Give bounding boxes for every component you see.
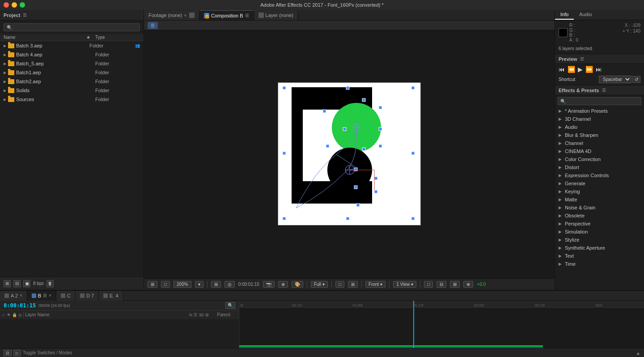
file-name: Batch2.aep bbox=[16, 79, 86, 84]
list-item[interactable]: ▶ Batch_5.aep Folder bbox=[0, 59, 144, 68]
safe-zones-btn[interactable]: ⊟ bbox=[436, 281, 446, 288]
tab-footage[interactable]: Footage (none) × bbox=[144, 10, 199, 20]
shortcut-select[interactable]: Spacebar bbox=[599, 76, 631, 83]
svg-rect-12 bbox=[411, 217, 415, 220]
video-toggle[interactable]: 👁 bbox=[7, 313, 11, 317]
timeline-playhead[interactable] bbox=[413, 301, 414, 307]
zoom-dropdown[interactable]: ▾ bbox=[195, 281, 203, 288]
effects-item-expression-controls[interactable]: ▶ Expression Controls bbox=[555, 171, 644, 179]
preview-controls-btn[interactable]: ⊞ bbox=[148, 281, 157, 288]
effects-item-time[interactable]: ▶ Time bbox=[555, 260, 644, 268]
effects-item-perspective[interactable]: ▶ Perspective bbox=[555, 220, 644, 228]
list-item[interactable]: ▶ Batch 4.aep Folder bbox=[0, 50, 144, 59]
effects-item-cinema4d[interactable]: ▶ CINEMA 4D bbox=[555, 147, 644, 155]
tab-composition-b[interactable]: 🔒 Composition B ☰ bbox=[199, 10, 254, 20]
composition-canvas bbox=[278, 82, 421, 225]
timeline-tab-d7[interactable]: D 7 bbox=[76, 291, 99, 301]
step-forward-button[interactable]: ⏩ bbox=[585, 66, 593, 73]
timeline-tab-e4[interactable]: E. 4 bbox=[99, 291, 123, 301]
list-item[interactable]: ▶ Solids Folder bbox=[0, 86, 144, 95]
breadcrumb[interactable]: B bbox=[148, 22, 158, 29]
step-back-button[interactable]: ⏪ bbox=[568, 66, 575, 73]
3d-btn[interactable]: 3D bbox=[199, 313, 204, 317]
render-btn[interactable]: □ bbox=[424, 281, 433, 288]
effects-item-animation-presets[interactable]: ▶ * Animation Presets bbox=[555, 107, 644, 115]
parent-btn[interactable]: ⊞ bbox=[205, 313, 209, 317]
comp-flowchart-btn[interactable]: ⊞ bbox=[450, 281, 460, 288]
list-item[interactable]: ▶ Batch 3.aep Folder 👥 bbox=[0, 41, 144, 50]
list-item[interactable]: ▶ Batch1.aep Folder bbox=[0, 68, 144, 77]
close-icon[interactable]: × bbox=[184, 13, 186, 18]
close-button[interactable] bbox=[4, 2, 9, 8]
timeline-tab-c[interactable]: C bbox=[56, 291, 76, 301]
footage-button[interactable]: ▣ bbox=[23, 280, 30, 287]
effects-item-color-correction[interactable]: ▶ Color Correction bbox=[555, 155, 644, 163]
solo-toggle[interactable]: ◎ bbox=[18, 313, 22, 317]
tab-color-box bbox=[4, 293, 9, 298]
view-count-dropdown[interactable]: 1 View ▾ bbox=[393, 281, 416, 288]
comp-menu-icon[interactable]: ☰ bbox=[245, 13, 249, 18]
region-btn[interactable]: □ bbox=[335, 281, 344, 288]
composition-viewer[interactable] bbox=[144, 30, 555, 278]
audio-tab-label: Audio bbox=[579, 12, 592, 17]
effects-toggle[interactable]: fx bbox=[189, 313, 192, 317]
preview-menu-icon[interactable]: ☰ bbox=[580, 56, 584, 61]
camera-btn[interactable]: 📷 bbox=[263, 281, 275, 288]
window-controls[interactable] bbox=[4, 2, 25, 8]
display-options-btn[interactable]: □ bbox=[161, 281, 170, 288]
motion-blur-btn[interactable]: ◎ bbox=[225, 281, 235, 288]
new-folder-button[interactable]: ⊞ bbox=[4, 280, 11, 287]
reset-shortcut-button[interactable]: ↺ bbox=[632, 76, 640, 83]
effects-item-blur-sharpen[interactable]: ▶ Blur & Sharpen bbox=[555, 131, 644, 139]
close-icon[interactable]: × bbox=[20, 293, 22, 298]
quality-dropdown[interactable]: Full ▾ bbox=[311, 281, 328, 288]
svg-rect-10 bbox=[283, 217, 286, 220]
effects-item-stylize[interactable]: ▶ Stylize bbox=[555, 236, 644, 244]
effects-item-distort[interactable]: ▶ Distort bbox=[555, 163, 644, 171]
effects-item-synthetic-aperture[interactable]: ▶ Synthetic Aperture bbox=[555, 244, 644, 252]
effects-item-text[interactable]: ▶ Text bbox=[555, 252, 644, 260]
maximize-button[interactable] bbox=[20, 2, 25, 8]
close-icon[interactable]: × bbox=[49, 293, 51, 298]
list-item[interactable]: ▶ Batch2.aep Folder bbox=[0, 77, 144, 86]
import-button[interactable]: ⊟ bbox=[13, 280, 21, 287]
search-layer-button[interactable]: 🔍 bbox=[225, 302, 235, 309]
effects-item-obsolete[interactable]: ▶ Obsolete bbox=[555, 212, 644, 220]
composition-btn[interactable]: ⊕ bbox=[463, 281, 473, 288]
effects-item-matte[interactable]: ▶ Matte bbox=[555, 196, 644, 204]
tab-info[interactable]: Info bbox=[555, 10, 574, 20]
shy-toggle[interactable]: ☆ bbox=[2, 313, 5, 317]
effects-search-input[interactable] bbox=[567, 98, 639, 104]
tab-layer[interactable]: Layer (none) bbox=[254, 10, 298, 20]
effects-item-channel[interactable]: ▶ Channel bbox=[555, 139, 644, 147]
tab-menu-icon[interactable]: ☰ bbox=[43, 293, 47, 298]
tab-audio[interactable]: Audio bbox=[574, 10, 597, 20]
minimize-button[interactable] bbox=[12, 2, 17, 8]
timeline-tab-a2[interactable]: A 2 × bbox=[0, 291, 27, 301]
color-manage-btn[interactable]: 🎨 bbox=[292, 281, 303, 288]
skip-to-start-button[interactable]: ⏮ bbox=[559, 66, 565, 73]
effects-item-generate[interactable]: ▶ Generate bbox=[555, 179, 644, 187]
effects-item-audio[interactable]: ▶ Audio bbox=[555, 123, 644, 131]
blend-mode-btn[interactable]: ☰ bbox=[194, 313, 197, 317]
expand-timeline-btn[interactable]: ▲ bbox=[636, 351, 640, 356]
show-layer-options-btn[interactable]: ⊟ bbox=[4, 350, 12, 356]
effects-item-noise-grain[interactable]: ▶ Noise & Grain bbox=[555, 204, 644, 212]
effects-item-keying[interactable]: ▶ Keying bbox=[555, 187, 644, 196]
effects-item-3d-channel[interactable]: ▶ 3D Channel bbox=[555, 115, 644, 123]
view-dropdown[interactable]: Front ▾ bbox=[365, 281, 386, 288]
transparency-btn[interactable]: ⊞ bbox=[348, 281, 358, 288]
effects-menu-icon[interactable]: ☰ bbox=[602, 88, 606, 93]
draft-toggle-btn[interactable]: ▷ bbox=[13, 350, 21, 356]
effects-item-simulation[interactable]: ▶ Simulation bbox=[555, 228, 644, 236]
delete-button[interactable]: 🗑 bbox=[47, 280, 54, 287]
snap-grid-btn[interactable]: ⊕ bbox=[278, 281, 288, 288]
list-item[interactable]: ▶ Sources Folder bbox=[0, 95, 144, 104]
project-menu-icon[interactable]: ☰ bbox=[23, 13, 27, 17]
project-search-input[interactable] bbox=[14, 25, 137, 30]
audio-toggle[interactable]: 🔒 bbox=[12, 313, 17, 317]
snap-btn[interactable]: ⊞ bbox=[211, 281, 221, 288]
play-button[interactable]: ▶ bbox=[578, 66, 583, 73]
skip-to-end-button[interactable]: ⏭ bbox=[596, 66, 602, 73]
timeline-tab-b[interactable]: B ☰ × bbox=[27, 291, 56, 301]
